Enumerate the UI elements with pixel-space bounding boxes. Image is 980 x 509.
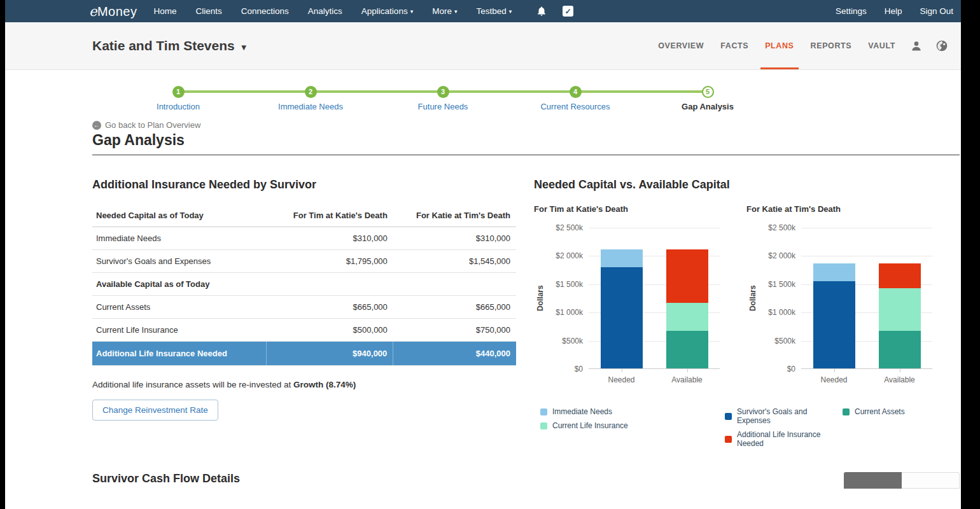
emoney-logo[interactable]: eMoney (89, 4, 137, 19)
next-section-title: Survivor Cash Flow Details (92, 472, 240, 485)
legend-item: Immediate Needs (540, 407, 725, 416)
nav-item-sign-out[interactable]: Sign Out (920, 6, 953, 16)
gridline (589, 228, 720, 228)
nav-item-clients[interactable]: Clients (195, 6, 221, 16)
step-current-resources: 4 Current Resources (509, 85, 641, 111)
step-label[interactable]: Future Needs (377, 102, 509, 111)
legend-label: Immediate Needs (552, 407, 612, 416)
step-label[interactable]: Immediate Needs (244, 102, 377, 111)
bar-segment (813, 281, 855, 368)
bar-segment (879, 263, 921, 288)
legend-column: Survivor's Goals and ExpensesAdditional … (725, 407, 843, 448)
globe-icon[interactable] (935, 39, 948, 52)
step-circle: 5 (702, 86, 714, 98)
legend-item: Current Life Insurance (540, 421, 725, 430)
step-label: Gap Analysis (641, 102, 774, 111)
nav-item-help[interactable]: Help (885, 6, 902, 16)
legend-item: Current Assets (843, 407, 905, 416)
table-section-title: Additional Insurance Needed by Survivor (92, 178, 516, 192)
nav-item-settings[interactable]: Settings (836, 6, 867, 16)
y-tick-label: $1 500k (556, 280, 583, 289)
tasks-checkbox-icon[interactable]: ✓ (563, 6, 573, 17)
chart-ylabel: Dollars (534, 228, 547, 369)
y-tick-label: $2 500k (556, 223, 583, 232)
y-tick-label: $0 (575, 365, 583, 373)
step-label[interactable]: Introduction (112, 102, 244, 111)
back-to-plan-overview-link[interactable]: ← Go back to Plan Overview (92, 120, 960, 130)
y-tick-label: $2 000k (768, 251, 795, 260)
gridline (801, 228, 932, 228)
change-reinvestment-rate-button[interactable]: Change Reinvestment Rate (92, 400, 218, 421)
x-tick-mark (900, 369, 900, 372)
legend-swatch (540, 422, 547, 429)
bar-segment (601, 249, 643, 267)
nav-item-home[interactable]: Home (153, 6, 176, 16)
page-title: Gap Analysis (92, 132, 960, 149)
bar-segment (666, 303, 708, 331)
nav-item-more[interactable]: More▾ (432, 6, 457, 16)
chart-subtitle: For Tim at Katie's Death (534, 204, 746, 214)
legend-column: Current Assets (843, 407, 905, 448)
step-label[interactable]: Current Resources (509, 102, 641, 111)
x-tick-mark (622, 369, 622, 372)
x-tick-mark (687, 369, 688, 372)
step-circle: 3 (437, 86, 449, 98)
chart-yticks: $2 500k$2 000k$1 500k$1 000k$500k$0 (547, 228, 589, 369)
bar-segment (813, 263, 855, 281)
title-divider (92, 155, 960, 155)
notifications-bell-icon[interactable] (536, 6, 547, 17)
view-toggle-left-segment[interactable] (844, 472, 902, 489)
tab-reports[interactable]: REPORTS (802, 22, 860, 69)
chart-katie: For Katie at Tim's Death Dollars $2 500k… (746, 204, 959, 369)
tab-facts[interactable]: FACTS (712, 22, 757, 69)
table-row: Current Assets $665,000 $665,000 (92, 296, 516, 319)
step-introduction: 1 Introduction (112, 85, 244, 111)
bar-segment (666, 331, 708, 368)
legend-swatch (843, 408, 850, 415)
client-name-dropdown[interactable]: Katie and Tim Stevens▼ (92, 38, 248, 53)
y-tick-label: $1 000k (768, 308, 795, 317)
legend-item: Survivor's Goals and Expenses (725, 407, 843, 425)
tab-vault[interactable]: VAULT (860, 22, 904, 69)
x-tick-label: Needed (820, 375, 847, 384)
tab-plans[interactable]: PLANS (757, 22, 802, 69)
table-subheader-row: Available Capital as of Today (92, 273, 516, 296)
legend-swatch (540, 408, 547, 415)
user-profile-icon[interactable] (910, 39, 923, 52)
y-tick-label: $1 500k (768, 280, 795, 289)
chart-plot: NeededAvailable (801, 228, 932, 369)
y-tick-label: $2 000k (556, 251, 583, 260)
nav-item-applications[interactable]: Applications▾ (361, 6, 413, 16)
nav-item-connections[interactable]: Connections (241, 6, 289, 16)
y-tick-label: $500k (562, 337, 583, 345)
tab-overview[interactable]: OVERVIEW (650, 22, 712, 69)
nav-item-testbed[interactable]: Testbed▾ (476, 6, 512, 16)
x-tick-label: Available (884, 375, 914, 384)
client-header-bar: Katie and Tim Stevens▼ OVERVIEW FACTS PL… (5, 22, 961, 70)
y-tick-label: $2 500k (768, 223, 795, 232)
chart-subtitle: For Katie at Tim's Death (746, 204, 959, 214)
client-tabs: OVERVIEW FACTS PLANS REPORTS VAULT (650, 22, 955, 69)
back-arrow-icon: ← (92, 121, 101, 130)
legend-label: Current Assets (855, 407, 905, 416)
legend-label: Additional Life Insurance Needed (737, 430, 843, 448)
insurance-needed-panel: Additional Insurance Needed by Survivor … (92, 178, 516, 448)
y-tick-label: $0 (787, 365, 795, 373)
col-header-tim: For Tim at Katie's Death (266, 204, 393, 227)
legend-label: Survivor's Goals and Expenses (737, 407, 843, 425)
chart-plot: NeededAvailable (589, 228, 720, 369)
app-window: eMoney Home Clients Connections Analytic… (5, 0, 961, 509)
nav-item-analytics[interactable]: Analytics (308, 6, 342, 16)
bar-segment (601, 267, 643, 368)
chart-tim: For Tim at Katie's Death Dollars $2 500k… (534, 204, 746, 369)
chart-yticks: $2 500k$2 000k$1 500k$1 000k$500k$0 (759, 228, 801, 369)
legend-swatch (725, 413, 732, 420)
step-gap-analysis: 5 Gap Analysis (641, 85, 774, 111)
gridline (801, 256, 932, 256)
caret-down-icon: ▼ (240, 43, 248, 52)
legend-swatch (725, 436, 732, 443)
reinvestment-note: Additional life insurance assets will be… (92, 380, 516, 389)
table-row: Survivor's Goals and Expenses $1,795,000… (92, 250, 516, 273)
view-toggle-right-segment[interactable] (902, 472, 960, 489)
additional-insurance-total-row: Additional Life Insurance Needed $940,00… (92, 342, 516, 366)
